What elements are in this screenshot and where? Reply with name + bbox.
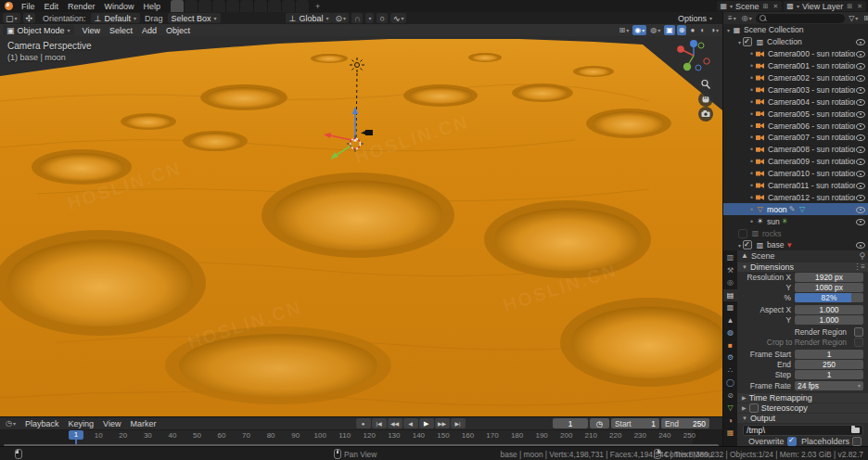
workspace-tab[interactable] <box>268 0 282 12</box>
outliner-item-label[interactable]: Camera007 - sun rotation X0, Y77, Z90 <box>768 133 855 142</box>
viewport-menu-item[interactable]: Select <box>105 26 137 35</box>
timeline-ruler[interactable]: 1020304050607080901001101201301401501601… <box>0 429 722 444</box>
axis-z-neg-ball[interactable] <box>696 65 701 70</box>
outliner-item-label[interactable]: Collection <box>767 37 802 46</box>
eye-icon[interactable] <box>855 133 866 142</box>
shading-material-button[interactable]: ◐ <box>698 25 707 35</box>
resolution-x-field[interactable]: 1920 px <box>795 273 863 282</box>
outliner-row[interactable]: Collection <box>723 36 868 48</box>
outliner-row[interactable]: Camera003 - sun rotation X0, Y77, Z330 <box>723 83 868 96</box>
outliner-row[interactable]: Camera007 - sun rotation X0, Y77, Z90 <box>723 132 868 144</box>
presets-icon[interactable]: ⋮≡ <box>853 262 865 271</box>
playhead-badge[interactable]: 1 <box>69 430 83 440</box>
viewport-menu-item[interactable]: Object <box>161 26 195 35</box>
collection-checkbox[interactable] <box>743 37 752 46</box>
panel-dimensions-header[interactable]: ▼Dimensions ⋮≡ <box>737 262 868 272</box>
snap-with-select[interactable]: ▾ <box>365 13 374 23</box>
eye-icon[interactable] <box>855 73 866 83</box>
pivot-point-select[interactable]: ⊙▾ <box>332 13 349 23</box>
folder-icon[interactable] <box>851 428 860 433</box>
workspace-tab[interactable] <box>226 0 240 12</box>
workspace-tab[interactable] <box>240 0 254 12</box>
next-keyframe-button[interactable]: ▶▶ <box>435 418 450 428</box>
outliner-row[interactable]: Camera011 - sun rotation X0, Y82, Z350 <box>723 180 868 192</box>
tab-texture[interactable]: ▦ <box>723 427 737 440</box>
proportional-editing-toggle[interactable]: ○ <box>377 13 387 23</box>
timeline-menu-item[interactable]: Marker <box>126 419 160 428</box>
outliner-item-label[interactable]: sun <box>767 217 780 226</box>
outliner-row[interactable]: base <box>723 239 868 250</box>
falloff-select[interactable]: ∿▾ <box>390 13 407 23</box>
eye-icon[interactable] <box>855 205 866 214</box>
new-scene-button[interactable]: ⊞ <box>762 3 770 10</box>
workspace-tab[interactable] <box>212 0 226 12</box>
aspect-x-field[interactable]: 1.000 <box>795 305 863 314</box>
topbar-menu-item[interactable]: Window <box>100 2 139 11</box>
render-region-checkbox[interactable] <box>854 327 863 337</box>
viewport-menu-item[interactable]: Add <box>137 26 161 35</box>
orientation-select[interactable]: ⊥ Default ▾ <box>91 13 140 23</box>
viewport-menu-item[interactable]: View <box>78 26 105 35</box>
outliner-row[interactable]: sun <box>723 215 868 227</box>
workspace-tab[interactable] <box>296 0 310 12</box>
new-view-layer-button[interactable]: ⊞ <box>846 3 853 10</box>
collection-checkbox[interactable] <box>738 229 747 238</box>
xray-dropdown[interactable]: ◍▾ <box>648 25 662 35</box>
blender-logo-icon[interactable] <box>5 2 13 10</box>
add-workspace-button[interactable]: + <box>310 2 326 11</box>
mode-select[interactable]: ▣ Object Mode ▾ <box>3 25 74 35</box>
outliner-filter-icon-select[interactable]: ◎▾ <box>740 13 754 23</box>
timeline-menu-item[interactable]: View <box>99 419 124 428</box>
outliner-item-label[interactable]: moon <box>767 205 787 214</box>
axis-x-ball[interactable] <box>677 45 684 53</box>
eye-icon[interactable] <box>855 37 866 46</box>
eye-icon[interactable] <box>855 145 866 154</box>
snap-toggle[interactable]: ∩ <box>351 13 363 23</box>
jump-to-start-button[interactable]: |◀ <box>372 418 387 428</box>
show-overlays-toggle[interactable]: ◉▾ <box>632 25 646 35</box>
current-frame-field[interactable]: 1 <box>553 418 588 428</box>
tab-view-layer[interactable]: ▩ <box>723 301 737 314</box>
outliner-row[interactable]: Camera010 - sun rotation X0, Y82, Z310 <box>723 168 868 180</box>
shading-wireframe-button[interactable]: ⊕ <box>677 25 687 35</box>
placeholders-checkbox[interactable] <box>852 437 862 446</box>
outliner-row[interactable]: Camera008 - sun rotation X0, Y77, Z20 <box>723 144 868 156</box>
outliner-row[interactable]: Camera006 - sun rotation X0, Y77, Z350 <box>723 120 868 132</box>
tab-render[interactable]: ◎ <box>723 276 737 289</box>
frame-start-field[interactable]: 1 <box>795 350 863 359</box>
unlink-scene-button[interactable]: ✕ <box>772 3 779 10</box>
frame-start-range-field[interactable]: Start1 <box>611 418 659 428</box>
workspace-tab[interactable] <box>171 0 185 12</box>
outliner-item-label[interactable]: Camera012 - sun rotation X0, Y82, Z210 <box>768 193 855 202</box>
outliner-item-label[interactable]: Scene Collection <box>744 25 804 34</box>
panel-output-header[interactable]: ▼Output <box>737 414 868 423</box>
outliner-item-label[interactable]: Camera001 - sun rotation X0, Y77, Z300 <box>768 61 855 70</box>
eye-icon[interactable] <box>855 240 866 249</box>
axis-y-neg-ball[interactable] <box>698 43 704 48</box>
timeline-editor-type-select[interactable]: ◷▾ <box>4 418 18 428</box>
outliner-row[interactable]: Camera000 - sun rotation X0, Y82, Z220 <box>723 48 868 60</box>
frame-step-field[interactable]: 1 <box>795 370 863 379</box>
transform-space-select[interactable]: ⊥ Global ▾ <box>286 13 333 23</box>
viewport-canvas[interactable] <box>0 36 722 416</box>
outliner-item-label[interactable]: Camera000 - sun rotation X0, Y82, Z220 <box>768 49 855 58</box>
topbar-menu-item[interactable]: File <box>17 2 40 11</box>
topbar-menu-item[interactable]: Edit <box>40 2 64 11</box>
eye-icon[interactable] <box>855 121 866 131</box>
resolution-y-field[interactable]: 1080 px <box>795 283 863 292</box>
eye-icon[interactable] <box>855 61 866 70</box>
panel-time-remapping-header[interactable]: ▶Time Remapping <box>737 393 868 402</box>
remove-view-layer-button[interactable]: ✕ <box>856 3 863 10</box>
options-dropdown[interactable]: Options▾ <box>678 14 712 23</box>
resolution-pct-slider[interactable]: 82% <box>795 293 863 302</box>
timeline-menu-item[interactable]: Playback <box>21 419 63 428</box>
output-path-field[interactable]: /tmp\ <box>743 425 863 436</box>
tab-particles[interactable]: ∴ <box>723 364 737 377</box>
tab-constraints[interactable]: ⊘ <box>723 390 737 402</box>
outliner-item-label[interactable]: Camera008 - sun rotation X0, Y77, Z20 <box>768 145 855 154</box>
tab-material[interactable]: ◑ <box>723 415 737 428</box>
prev-keyframe-button[interactable]: ◀◀ <box>388 418 402 428</box>
outliner-row[interactable]: Camera005 - sun rotation X0, Y77, Z270 <box>723 108 868 120</box>
play-button[interactable]: ▶ <box>419 418 434 428</box>
shading-rendered-button[interactable]: ◑▾ <box>708 25 721 35</box>
